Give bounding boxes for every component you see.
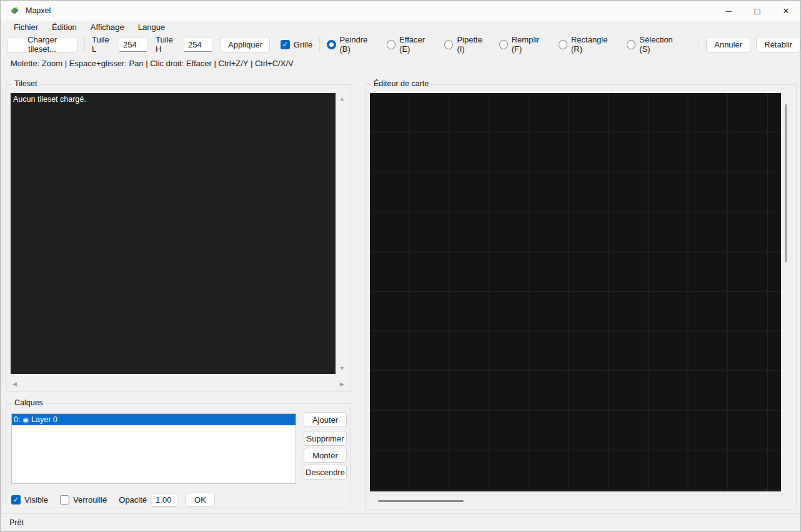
minimize-icon[interactable]: ─	[714, 1, 743, 21]
status-bar: Prêt	[1, 513, 800, 531]
hint-bar: Molette: Zoom | Espace+glisser: Pan | Cl…	[1, 56, 800, 71]
maximize-icon[interactable]: □	[743, 1, 772, 21]
hint-text: Molette: Zoom | Espace+glisser: Pan | Cl…	[11, 59, 294, 68]
eye-icon: ◉	[22, 416, 29, 424]
tile-height-input[interactable]	[184, 37, 212, 52]
title-bar: Mapxel ─ □ ✕	[1, 1, 800, 21]
tool-label-paint: Peindre (B)	[340, 35, 378, 54]
add-layer-button[interactable]: Ajouter	[304, 412, 347, 427]
app-icon	[9, 6, 19, 16]
radio-icon[interactable]	[444, 40, 453, 49]
map-vertical-scrollbar-thumb[interactable]	[785, 104, 787, 262]
window-title: Mapxel	[26, 6, 51, 15]
tile-width-label: Tuile L	[92, 35, 114, 54]
map-canvas[interactable]	[370, 93, 781, 491]
toolbar-separator	[319, 37, 320, 52]
tool-radio-erase[interactable]: Effacer (E)	[387, 35, 435, 54]
layer-list[interactable]: 0: ◉ Layer 0	[11, 413, 296, 484]
tool-label-selection: Sélection (S)	[639, 35, 682, 54]
locked-checkbox-label: Verrouillé	[73, 495, 107, 505]
layer-name: Layer 0	[31, 415, 57, 424]
layer-list-item[interactable]: 0: ◉ Layer 0	[12, 414, 296, 425]
layer-index: 0:	[14, 415, 20, 424]
move-layer-up-button[interactable]: Monter	[304, 448, 347, 463]
locked-checkbox[interactable]: Verrouillé	[60, 495, 107, 505]
menu-affichage[interactable]: Affichage	[84, 21, 131, 33]
toolbar-separator	[699, 37, 699, 52]
opacity-input[interactable]	[151, 493, 177, 506]
toolbar-separator	[84, 37, 85, 52]
scroll-right-icon[interactable]: ▶	[340, 381, 344, 387]
tool-label-erase: Effacer (E)	[399, 35, 435, 54]
visible-check-icon[interactable]: ✓	[11, 495, 21, 505]
tool-label-rectangle: Rectangle (R)	[571, 35, 617, 54]
tileset-vertical-scrollbar[interactable]: ▲ ▼	[336, 93, 351, 374]
menu-langue[interactable]: Langue	[131, 21, 172, 33]
radio-icon[interactable]	[627, 40, 635, 49]
undo-button[interactable]: Annuler	[706, 37, 750, 52]
app-window: Mapxel ─ □ ✕ Fichier Édition Affichage L…	[0, 0, 801, 532]
scroll-left-icon[interactable]: ◀	[12, 381, 17, 387]
tool-label-picker: Pipette (I)	[457, 35, 489, 54]
layers-panel-title: Calques	[12, 398, 46, 407]
grid-checkbox-label: Grille	[294, 40, 312, 49]
scroll-up-icon[interactable]: ▲	[339, 96, 345, 102]
locked-check-icon[interactable]	[60, 495, 69, 505]
visible-checkbox[interactable]: ✓ Visible	[11, 495, 48, 505]
move-layer-down-button[interactable]: Descendre	[304, 465, 347, 480]
menu-edition[interactable]: Édition	[45, 21, 84, 33]
opacity-label: Opacité	[119, 495, 147, 505]
tile-width-input[interactable]	[119, 37, 147, 52]
radio-icon[interactable]	[387, 40, 396, 49]
map-editor-panel: Éditeur de carte	[365, 84, 797, 510]
grid-checkbox[interactable]: ✓ Grille	[281, 40, 312, 49]
radio-icon[interactable]	[559, 40, 567, 49]
map-horizontal-scrollbar-thumb[interactable]	[378, 500, 464, 502]
remove-layer-button[interactable]: Supprimer	[304, 431, 347, 446]
tool-radio-fill[interactable]: Remplir (F)	[499, 35, 549, 54]
tileset-canvas[interactable]: Aucun tileset chargé.	[11, 93, 336, 374]
scroll-down-icon[interactable]: ▼	[339, 365, 345, 372]
tool-radio-selection[interactable]: Sélection (S)	[627, 35, 682, 54]
tool-radio-picker[interactable]: Pipette (I)	[444, 35, 489, 54]
layers-panel: Calques 0: ◉ Layer 0 Ajouter Supprimer M…	[6, 403, 351, 508]
tool-radio-rectangle[interactable]: Rectangle (R)	[559, 35, 617, 54]
radio-icon[interactable]	[499, 40, 508, 49]
tileset-horizontal-scrollbar[interactable]: ◀ ▶	[11, 378, 346, 392]
close-icon[interactable]: ✕	[772, 1, 800, 21]
tool-label-fill: Remplir (F)	[512, 35, 549, 54]
status-text: Prêt	[9, 518, 24, 527]
grid-check-icon[interactable]: ✓	[281, 40, 290, 49]
menu-bar: Fichier Édition Affichage Langue	[1, 21, 800, 33]
tileset-panel: Tileset Aucun tileset chargé. ▲ ▼ ◀ ▶	[6, 84, 351, 392]
layer-properties-row: ✓ Visible Verrouillé Opacité OK	[11, 493, 215, 507]
apply-button[interactable]: Appliquer	[221, 37, 270, 52]
load-tileset-button[interactable]: Charger tileset...	[7, 37, 77, 52]
tool-radio-paint[interactable]: Peindre (B)	[327, 35, 377, 54]
visible-checkbox-label: Visible	[24, 495, 48, 505]
toolbar: Charger tileset... Tuile L Tuile H Appli…	[1, 33, 800, 56]
map-editor-title: Éditeur de carte	[371, 79, 431, 88]
tileset-panel-title: Tileset	[12, 79, 39, 88]
tileset-empty-message: Aucun tileset chargé.	[13, 95, 86, 104]
tile-height-label: Tuile H	[156, 35, 179, 54]
menu-fichier[interactable]: Fichier	[7, 21, 45, 33]
opacity-ok-button[interactable]: OK	[186, 493, 215, 507]
redo-button[interactable]: Rétablir	[756, 37, 800, 52]
radio-icon[interactable]	[327, 40, 336, 49]
